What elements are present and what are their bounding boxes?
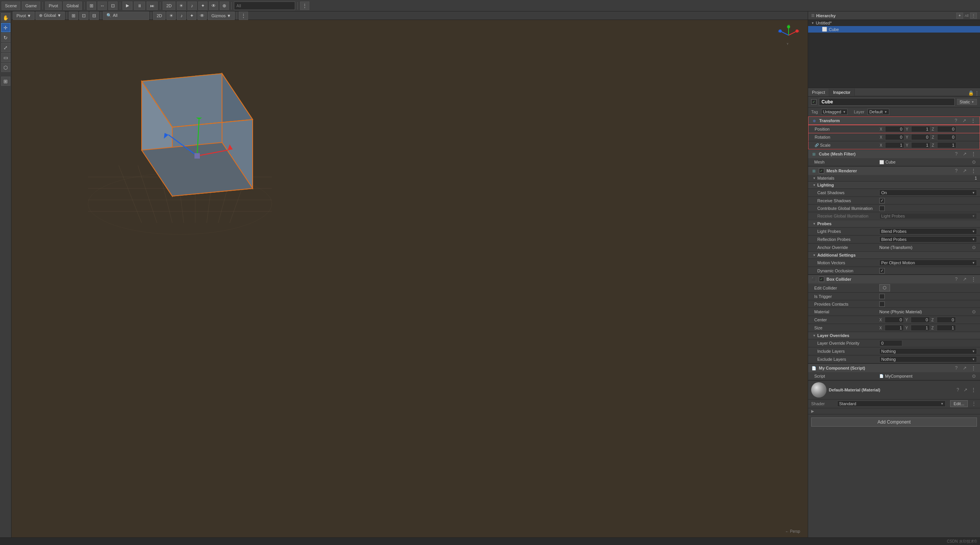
- custom-tool[interactable]: ⊞: [1, 77, 10, 86]
- box-collider-help-btn[interactable]: ?: [953, 276, 959, 282]
- reflection-probes-dropdown[interactable]: Blend Probes ▼: [879, 236, 977, 242]
- hierarchy-scene-item[interactable]: ▼ Untitled*: [808, 20, 980, 26]
- audio2-btn[interactable]: ♪: [177, 11, 186, 20]
- tag-dropdown[interactable]: Untagged ▼: [821, 109, 848, 115]
- pivot-scene-btn[interactable]: Pivot ▼: [13, 11, 34, 20]
- shader-edit-btn[interactable]: Edit...: [950, 400, 968, 407]
- snap-btn[interactable]: ⊡: [108, 2, 118, 10]
- hidden-btn[interactable]: 👁: [209, 2, 218, 10]
- mesh-renderer-link-btn[interactable]: ↗: [962, 168, 968, 174]
- transform-link-btn[interactable]: ↗: [961, 118, 967, 124]
- center-z-input[interactable]: [937, 317, 956, 323]
- rot-y-input[interactable]: [911, 134, 930, 140]
- material-expand-row[interactable]: ▶: [808, 408, 980, 414]
- static-badge[interactable]: Static ▼: [957, 99, 977, 105]
- pivot-btn[interactable]: Pivot: [45, 2, 61, 10]
- obj-active-checkbox[interactable]: [811, 99, 817, 105]
- mesh-renderer-enable-checkbox[interactable]: [819, 168, 824, 173]
- contribute-gi-checkbox[interactable]: [879, 206, 885, 211]
- box-collider-more-btn[interactable]: ⋮: [970, 276, 977, 282]
- scene-tab-btn[interactable]: Scene: [2, 2, 20, 10]
- fx-btn[interactable]: ✦: [187, 11, 196, 20]
- box-collider-header[interactable]: ⬛ Box Collider ? ↗ ⋮: [808, 275, 980, 283]
- transform-header[interactable]: ⊕ Transform ? ↗ ⋮: [808, 116, 980, 125]
- global-scene-btn[interactable]: ⊕ Global ▼: [36, 11, 65, 20]
- mesh-select-btn[interactable]: ⊙: [971, 159, 977, 165]
- pos-x-input[interactable]: [885, 126, 904, 132]
- edit-collider-btn[interactable]: ⬡: [879, 284, 890, 291]
- anchor-override-select-btn[interactable]: ⊙: [971, 244, 977, 250]
- include-layers-dropdown[interactable]: Nothing ▼: [879, 348, 977, 354]
- transform-more-btn[interactable]: ⋮: [970, 118, 977, 124]
- mesh-renderer-help-btn[interactable]: ?: [953, 168, 959, 174]
- rot-x-input[interactable]: [885, 134, 904, 140]
- light-btn[interactable]: ☀: [177, 2, 186, 10]
- layer-overrides-section[interactable]: ▼ Layer Overrides: [808, 332, 980, 339]
- rot-z-input[interactable]: [937, 134, 956, 140]
- receive-shadows-checkbox[interactable]: [879, 198, 885, 203]
- scene-viewport[interactable]: X Y Z Y ← Persp: [11, 20, 808, 537]
- center-y-input[interactable]: [911, 317, 930, 323]
- box-collider-link-btn[interactable]: ↗: [962, 276, 968, 282]
- layer-override-priority-input[interactable]: [879, 340, 902, 346]
- my-component-header[interactable]: 📄 My Component (Script) ? ↗ ⋮: [808, 364, 980, 372]
- light2-btn[interactable]: ☀: [167, 11, 176, 20]
- mesh-renderer-more-btn[interactable]: ⋮: [970, 168, 977, 174]
- layer-dropdown[interactable]: Default ▼: [867, 109, 889, 115]
- pos-y-input[interactable]: [911, 126, 930, 132]
- hide2-btn[interactable]: 👁: [198, 11, 207, 20]
- project-tab[interactable]: Project: [808, 88, 829, 96]
- grid-scene-btn[interactable]: ⊞: [69, 11, 78, 20]
- additional-settings-section[interactable]: ▼ Additional Settings: [808, 252, 980, 259]
- inspector-more-icon[interactable]: ⋮: [974, 90, 980, 96]
- hand-tool[interactable]: ✋: [1, 13, 10, 22]
- pause-btn[interactable]: ⏸: [134, 2, 145, 10]
- materials-section-row[interactable]: ▼ Materials 1: [808, 175, 980, 182]
- mesh-filter-link-btn[interactable]: ↗: [962, 151, 968, 157]
- search-input[interactable]: [234, 2, 295, 10]
- grid-btn[interactable]: ⊞: [87, 2, 96, 10]
- size-y-input[interactable]: [911, 325, 930, 331]
- motion-vectors-dropdown[interactable]: Per Object Motion ▼: [879, 260, 977, 266]
- grid3-btn[interactable]: ⊟: [90, 11, 99, 20]
- light-probes-dropdown[interactable]: Blend Probes ▼: [879, 228, 977, 234]
- my-component-help-btn[interactable]: ?: [953, 365, 959, 371]
- scale-x-input[interactable]: [885, 142, 904, 148]
- scene-search-btn[interactable]: 🔍 All: [103, 11, 149, 20]
- mesh-filter-header[interactable]: ⊞ Cube (Mesh Filter) ? ↗ ⋮: [808, 150, 980, 158]
- mesh-filter-help-btn[interactable]: ?: [953, 151, 959, 157]
- my-component-more-btn[interactable]: ⋮: [970, 365, 977, 371]
- shader-dropdown[interactable]: Standard ▼: [837, 401, 946, 407]
- material-more-btn[interactable]: ⋮: [970, 387, 977, 393]
- shader-more-btn[interactable]: ⋮: [971, 401, 977, 407]
- more-btn[interactable]: ⋮: [300, 2, 309, 10]
- mesh-filter-more-btn[interactable]: ⋮: [970, 151, 977, 157]
- move-btn[interactable]: ↔: [98, 2, 107, 10]
- gizmo-btn[interactable]: ⊕: [220, 2, 229, 10]
- 2d-btn[interactable]: 2D: [163, 2, 175, 10]
- transform-tool[interactable]: ⬡: [1, 63, 10, 72]
- pos-z-input[interactable]: [937, 126, 956, 132]
- 2d-scene-btn[interactable]: 2D: [153, 11, 165, 20]
- provides-contacts-checkbox[interactable]: [879, 301, 885, 307]
- probes-section[interactable]: ▼ Probes: [808, 220, 980, 227]
- cast-shadows-dropdown[interactable]: On ▼: [879, 190, 977, 196]
- size-z-input[interactable]: [937, 325, 956, 331]
- more2-btn[interactable]: ⋮: [239, 11, 248, 20]
- material-help-btn[interactable]: ?: [955, 387, 961, 393]
- step-btn[interactable]: ⏭: [147, 2, 158, 10]
- dynamic-occlusion-checkbox[interactable]: [879, 268, 885, 273]
- hierarchy-add-btn[interactable]: +: [956, 13, 963, 19]
- center-x-input[interactable]: [885, 317, 904, 323]
- box-collider-enable-checkbox[interactable]: [819, 277, 824, 282]
- hierarchy-more-btn[interactable]: ⋮: [970, 13, 977, 19]
- transform-help-btn[interactable]: ?: [953, 118, 959, 124]
- gizmos-btn[interactable]: Gizmos ▼: [208, 11, 234, 20]
- hierarchy-cube-item[interactable]: ⬜ Cube: [808, 26, 980, 33]
- audio-btn[interactable]: ♪: [188, 2, 197, 10]
- hierarchy-content[interactable]: ▼ Untitled* ⬜ Cube: [808, 20, 980, 88]
- scale-z-input[interactable]: [937, 142, 956, 148]
- game-tab-btn[interactable]: Game: [22, 2, 40, 10]
- lighting-section[interactable]: ▼ Lighting: [808, 182, 980, 189]
- effects-btn[interactable]: ✦: [198, 2, 207, 10]
